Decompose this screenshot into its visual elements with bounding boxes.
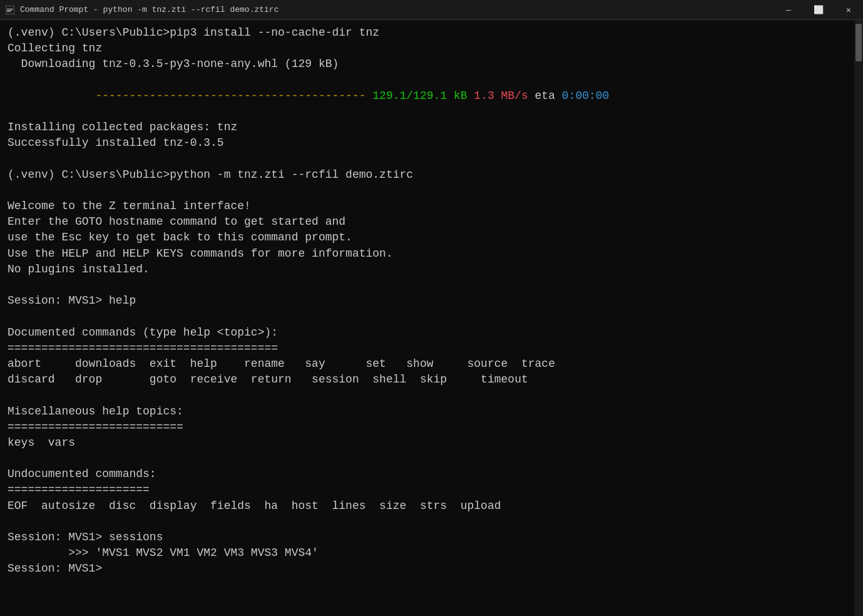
maximize-button[interactable]: ⬜ xyxy=(804,0,833,20)
terminal-line: (.venv) C:\Users\Public>pip3 install --n… xyxy=(8,25,847,41)
progress-speed: 1.3 MB/s xyxy=(474,90,534,102)
terminal-line: Session: MVS1> sessions xyxy=(8,530,847,545)
terminal-line: ===================== xyxy=(8,482,847,498)
minimize-button[interactable]: — xyxy=(774,0,803,20)
terminal-line: Welcome to the Z terminal interface! xyxy=(8,198,847,214)
terminal-window: Command Prompt - python -m tnz.zti --rcf… xyxy=(0,0,863,616)
terminal-line: Enter the GOTO hostname command to get s… xyxy=(8,214,847,230)
terminal-line: EOF autosize disc display fields ha host… xyxy=(8,498,847,514)
progress-eta-value: 0:00:00 xyxy=(562,90,610,102)
terminal-line-empty xyxy=(8,514,847,530)
terminal-line: Undocumented commands: xyxy=(8,466,847,482)
terminal-line: No plugins installed. xyxy=(8,262,847,277)
progress-dashes: ---------------------------------------- xyxy=(61,90,372,102)
terminal-prompt: Session: MVS1> xyxy=(8,561,847,577)
terminal-line: Use the HELP and HELP KEYS commands for … xyxy=(8,246,847,262)
terminal-line: ========================== xyxy=(8,419,847,435)
terminal-output[interactable]: (.venv) C:\Users\Public>pip3 install --n… xyxy=(0,20,854,616)
window-title: Command Prompt - python -m tnz.zti --rcf… xyxy=(20,5,858,14)
terminal-line-empty xyxy=(8,309,847,324)
progress-number: 129.1/129.1 kB xyxy=(372,90,474,102)
terminal-line-empty xyxy=(8,183,847,198)
svg-rect-4 xyxy=(7,11,11,12)
terminal-line: use the Esc key to get back to this comm… xyxy=(8,230,847,245)
terminal-line-empty xyxy=(8,388,847,403)
window-controls: — ⬜ ✕ xyxy=(774,0,863,19)
terminal-line: Documented commands (type help <topic>): xyxy=(8,325,847,341)
terminal-line: Miscellaneous help topics: xyxy=(8,404,847,419)
scrollbar-thumb[interactable] xyxy=(855,24,862,61)
terminal-line: discard drop goto receive return session… xyxy=(8,372,847,388)
terminal-area: (.venv) C:\Users\Public>pip3 install --n… xyxy=(0,20,863,616)
terminal-line: keys vars xyxy=(8,435,847,451)
progress-eta-label: eta xyxy=(535,90,562,102)
terminal-line: >>> 'MVS1 MVS2 VM1 VM2 VM3 MVS3 MVS4' xyxy=(8,545,847,561)
terminal-line: ======================================== xyxy=(8,341,847,356)
title-bar: Command Prompt - python -m tnz.zti --rcf… xyxy=(0,0,863,20)
terminal-line-empty xyxy=(8,451,847,466)
vertical-scrollbar[interactable] xyxy=(854,20,863,616)
terminal-line: Downloading tnz-0.3.5-py3-none-any.whl (… xyxy=(8,56,847,72)
terminal-line-empty xyxy=(8,277,847,293)
terminal-line-empty xyxy=(8,151,847,167)
terminal-line: Installing collected packages: tnz xyxy=(8,120,847,135)
terminal-line: Collecting tnz xyxy=(8,41,847,56)
window-icon xyxy=(5,5,15,15)
terminal-line: (.venv) C:\Users\Public>python -m tnz.zt… xyxy=(8,167,847,183)
terminal-line: Session: MVS1> help xyxy=(8,293,847,309)
progress-line: ----------------------------------------… xyxy=(8,73,847,120)
terminal-line: abort downloads exit help rename say set… xyxy=(8,356,847,372)
svg-rect-2 xyxy=(7,9,13,9)
svg-rect-3 xyxy=(7,10,12,11)
close-button[interactable]: ✕ xyxy=(834,0,863,20)
terminal-line: Successfully installed tnz-0.3.5 xyxy=(8,135,847,151)
